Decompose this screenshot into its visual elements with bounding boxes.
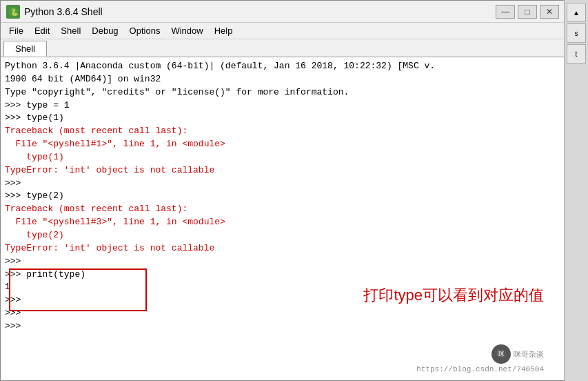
console-line-21: >>> xyxy=(5,320,560,333)
python-shell-window: 🐍 Python 3.6.4 Shell — □ ✕ File Edit She… xyxy=(0,0,565,381)
console-line-14: type(2) xyxy=(5,229,560,242)
sidebar-btn-1[interactable]: ▲ xyxy=(567,3,586,22)
console-line-11: >>> type(2) xyxy=(5,190,560,203)
sidebar-right: ▲ s t xyxy=(564,0,588,381)
console-output[interactable]: Python 3.6.4 |Anaconda custom (64-bit)| … xyxy=(1,57,565,380)
maximize-button[interactable]: □ xyxy=(518,5,537,19)
console-line-15: TypeError: 'int' object is not callable xyxy=(5,242,560,255)
site-name: 咪哥杂谈 xyxy=(514,349,544,360)
sidebar-btn-3[interactable]: t xyxy=(567,44,586,63)
tab-bar: Shell xyxy=(1,39,565,57)
window-title: Python 3.6.4 Shell xyxy=(24,6,496,17)
console-line-9: TypeError: 'int' object is not callable xyxy=(5,164,560,177)
watermark-url: https://blog.csdn.net/740504 xyxy=(416,365,544,373)
svg-text:🐍: 🐍 xyxy=(10,8,19,17)
console-line-6: Traceback (most recent call last): xyxy=(5,125,560,138)
logo-icon: 咪 xyxy=(491,344,511,364)
minimize-button[interactable]: — xyxy=(496,5,515,19)
window-controls: — □ ✕ xyxy=(496,5,559,19)
menu-shell[interactable]: Shell xyxy=(55,24,86,37)
console-line-10: >>> xyxy=(5,177,560,190)
menu-help[interactable]: Help xyxy=(209,24,239,37)
console-line-1: Python 3.6.4 |Anaconda custom (64-bit)| … xyxy=(5,60,560,73)
console-line-12: Traceback (most recent call last): xyxy=(5,203,560,216)
console-line-2: 1900 64 bit (AMD64)] on win32 xyxy=(5,73,560,86)
console-line-8: type(1) xyxy=(5,151,560,164)
menu-options[interactable]: Options xyxy=(124,24,166,37)
console-line-13: File "<pyshell#3>", line 1, in <module> xyxy=(5,216,560,229)
tab-shell[interactable]: Shell xyxy=(3,41,47,57)
console-line-3: Type "copyright", "credits" or "license(… xyxy=(5,86,560,99)
menu-window[interactable]: Window xyxy=(165,24,208,37)
console-line-16: >>> xyxy=(5,255,560,268)
console-line-20: >>> xyxy=(5,307,560,320)
menu-file[interactable]: File xyxy=(3,24,29,37)
menu-debug[interactable]: Debug xyxy=(86,24,123,37)
console-line-5: >>> type(1) xyxy=(5,112,560,125)
watermark: 咪 咪哥杂谈 https://blog.csdn.net/740504 xyxy=(416,344,544,373)
close-button[interactable]: ✕ xyxy=(540,5,559,19)
menu-edit[interactable]: Edit xyxy=(29,24,55,37)
watermark-logo: 咪 咪哥杂谈 xyxy=(416,344,544,364)
console-line-7: File "<pyshell#1>", line 1, in <module> xyxy=(5,138,560,151)
console-line-4: >>> type = 1 xyxy=(5,99,560,113)
annotation-text: 打印type可以看到对应的值 xyxy=(363,285,544,306)
sidebar-btn-2[interactable]: s xyxy=(567,23,586,43)
console-line-17: >>> print(type) xyxy=(5,268,560,282)
window-icon: 🐍 xyxy=(6,5,20,19)
menu-bar: File Edit Shell Debug Options Window Hel… xyxy=(1,23,565,39)
title-bar: 🐍 Python 3.6.4 Shell — □ ✕ xyxy=(1,1,565,23)
